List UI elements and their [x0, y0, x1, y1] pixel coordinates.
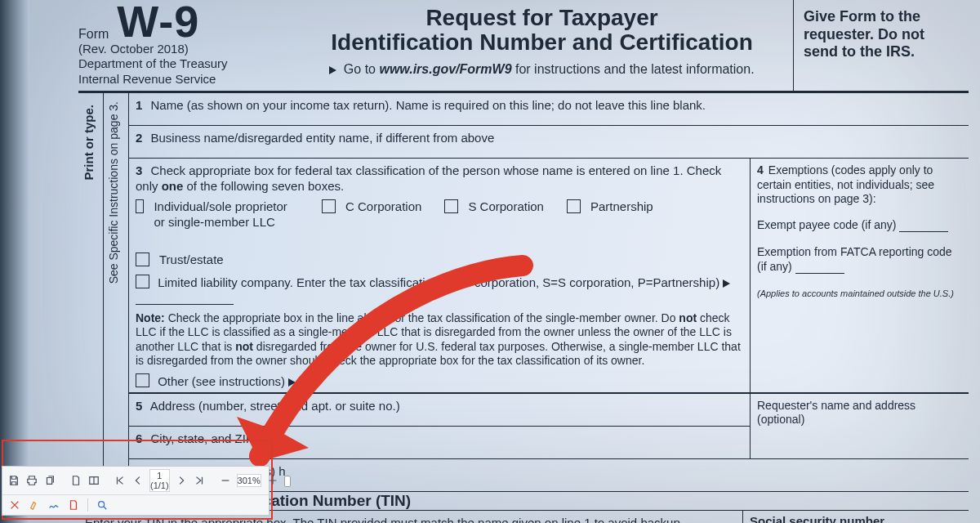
form-header: Form W-9 (Rev. October 2018) Department …	[78, 0, 969, 91]
fatca-label: Exemption from FATCA reporting code (if …	[757, 245, 952, 273]
checkbox-ccorp[interactable]	[322, 199, 336, 213]
highlight-icon[interactable]	[27, 498, 42, 512]
line-5-num: 5	[136, 399, 142, 413]
zoom-out-icon[interactable]	[219, 473, 232, 488]
fatca-blank[interactable]	[795, 262, 844, 274]
box-partnership-label: Partnership	[590, 199, 653, 215]
exempt-payee-blank[interactable]	[899, 220, 948, 232]
svg-point-0	[99, 502, 105, 507]
box-trust-label: Trust/estate	[159, 253, 224, 268]
form-code: W-9	[117, 2, 199, 42]
next-page-icon[interactable]	[175, 473, 188, 488]
first-page-icon[interactable]	[114, 473, 127, 488]
dept-line-2: Internal Revenue Service	[78, 72, 284, 87]
form-word: Form	[78, 27, 109, 42]
page-number-field[interactable]: 1 (1/1)	[149, 469, 170, 492]
box-scorp-label: S Corporation	[468, 199, 544, 215]
checkbox-other[interactable]	[136, 373, 149, 387]
checkbox-scorp[interactable]	[444, 199, 458, 213]
line-3-one: one	[162, 179, 184, 193]
zoom-level-field[interactable]: 301%	[237, 474, 261, 487]
box-other-label: Other (see instructions)	[158, 374, 285, 388]
save-icon[interactable]	[7, 473, 20, 488]
title-line-1: Request for Taxpayer	[299, 5, 785, 31]
box-individual-label: Individual/sole proprietor or single-mem…	[154, 199, 299, 230]
triangle-icon	[723, 279, 730, 288]
pdf-viewer-toolbar: 1 (1/1) 301%	[2, 466, 270, 516]
requester-label: Requester's name and address (optional)	[751, 394, 969, 439]
signature-icon[interactable]	[47, 498, 61, 512]
line-1-text: Name (as shown on your income tax return…	[151, 98, 706, 112]
goto-suffix: for instructions and the latest informat…	[515, 62, 755, 76]
copy-icon[interactable]	[43, 473, 56, 488]
llc-classification-blank[interactable]	[136, 293, 234, 305]
page-icon[interactable]	[69, 473, 82, 488]
line-1: 1 Name (as shown on your income tax retu…	[129, 93, 969, 125]
line-4-exemptions: 4Exemptions (codes apply only to certain…	[751, 159, 969, 392]
line-1-num: 1	[136, 98, 142, 112]
note-label: Note:	[136, 311, 165, 324]
line-3-text-c: of the following seven boxes.	[183, 179, 344, 193]
close-icon[interactable]	[7, 498, 22, 512]
last-page-icon[interactable]	[193, 473, 206, 488]
line-2: 2 Business name/disregarded entity name,…	[129, 126, 969, 158]
print-icon[interactable]	[25, 473, 38, 488]
two-page-icon[interactable]	[87, 473, 100, 488]
line-2-num: 2	[136, 131, 142, 145]
checkbox-llc[interactable]	[136, 275, 149, 288]
line-5-text: Address (number, street, and apt. or sui…	[150, 399, 400, 413]
side-see-instructions: See Specific Instructions on page 3.	[104, 93, 123, 292]
checkbox-partnership[interactable]	[567, 199, 581, 213]
box-ccorp-label: C Corporation	[345, 199, 421, 215]
triangle-icon	[329, 66, 336, 74]
checkbox-individual[interactable]	[136, 199, 144, 213]
title-line-2: Identification Number and Certification	[299, 29, 785, 56]
side-print-or-type: Print or type.	[78, 93, 99, 192]
attachment-icon[interactable]	[66, 498, 81, 512]
box-llc-label: Limited liability company. Enter the tax…	[158, 275, 719, 289]
goto-prefix: Go to	[344, 62, 376, 76]
search-icon[interactable]	[95, 498, 109, 512]
zoom-in-icon[interactable]	[266, 473, 279, 488]
applies-note: (Applies to accounts maintained outside …	[757, 288, 962, 300]
triangle-icon	[288, 378, 296, 387]
prev-page-icon[interactable]	[131, 473, 145, 488]
revision-line: (Rev. October 2018)	[78, 42, 284, 57]
dept-line-1: Department of the Treasury	[78, 56, 284, 72]
line-4-num: 4	[757, 163, 764, 177]
line-5: 5 Address (number, street, and apt. or s…	[129, 394, 750, 426]
goto-url: www.irs.gov/FormW9	[379, 62, 511, 76]
give-form-box: Give Form to the requester. Do not send …	[793, 0, 969, 91]
checkbox-trust[interactable]	[136, 253, 149, 266]
ssn-label: Social security number	[750, 514, 962, 523]
line-3: 3 Check appropriate box for federal tax …	[129, 159, 750, 392]
exempt-payee-label: Exempt payee code (if any)	[757, 218, 896, 231]
goto-line: Go to www.irs.gov/FormW9 for instruction…	[299, 62, 785, 77]
line-4-text: Exemptions (codes apply only to certain …	[757, 163, 934, 205]
line-2-text: Business name/disregarded entity name, i…	[151, 131, 495, 145]
llc-note: Note: Check the appropriate box in the l…	[136, 311, 743, 369]
line-3-num: 3	[136, 163, 142, 177]
form-body-table: Print or type. See Specific Instructions…	[78, 93, 969, 491]
